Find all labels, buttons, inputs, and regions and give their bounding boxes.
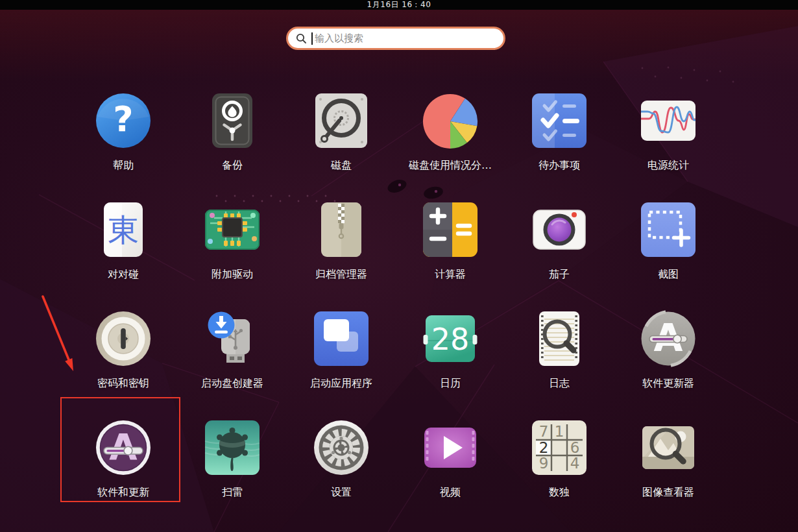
app-mahjongg[interactable]: 東对对碰 [69, 196, 178, 305]
app-cheese[interactable]: 茄子 [505, 196, 614, 305]
svg-text:28: 28 [431, 322, 470, 357]
app-disk-usage-analyzer[interactable]: 磁盘使用情况分… [396, 87, 505, 196]
app-videos[interactable]: 视频 [396, 414, 505, 523]
help-icon: ? [95, 92, 152, 149]
search-box[interactable]: 输入以搜索 [286, 27, 505, 50]
app-additional-drivers[interactable]: 附加驱动 [178, 196, 287, 305]
settings-icon [313, 419, 370, 476]
gnome-app-grid-screen: 1月16日 16：40 输入以搜索 ?帮助备份磁盘磁盘使用情况分…待办事项电源统… [0, 0, 798, 532]
app-settings[interactable]: 设置 [287, 414, 396, 523]
disks-icon [313, 92, 370, 149]
image-viewer-icon [640, 419, 697, 476]
top-bar[interactable]: 1月16日 16：40 [0, 0, 798, 10]
search-icon [296, 33, 307, 44]
passwords-keys-icon [95, 310, 152, 367]
svg-text:1: 1 [555, 423, 564, 440]
app-logs[interactable]: 日志 [505, 305, 614, 414]
search-placeholder: 输入以搜索 [315, 32, 363, 45]
svg-text:東: 東 [108, 212, 139, 248]
svg-text:4: 4 [570, 455, 580, 472]
text-caret [311, 32, 313, 45]
app-todo[interactable]: 待办事项 [505, 87, 614, 196]
app-disks[interactable]: 磁盘 [287, 87, 396, 196]
app-screenshot[interactable]: 截图 [614, 196, 723, 305]
app-label: 图像查看器 [599, 486, 737, 500]
svg-text:7: 7 [539, 423, 549, 440]
power-statistics-icon [640, 92, 697, 149]
cheese-icon [531, 201, 588, 258]
software-updater-icon: A [640, 310, 697, 367]
app-archive-manager[interactable]: 归档管理器 [287, 196, 396, 305]
svg-text:6: 6 [570, 439, 580, 456]
clock[interactable]: 1月16日 16：40 [367, 0, 431, 10]
svg-text:2: 2 [539, 439, 549, 456]
logs-icon [531, 310, 588, 367]
startup-applications-icon [313, 310, 370, 367]
app-label: 软件更新器 [599, 377, 737, 391]
startup-disk-creator-icon [204, 310, 261, 367]
mahjongg-icon: 東 [95, 201, 152, 258]
app-startup-applications[interactable]: 启动应用程序 [287, 305, 396, 414]
app-help[interactable]: ?帮助 [69, 87, 178, 196]
mines-icon [204, 419, 261, 476]
calendar-icon: 28 [422, 310, 479, 367]
app-image-viewer[interactable]: 图像查看器 [614, 414, 723, 523]
archive-manager-icon [313, 201, 370, 258]
app-label: 截图 [599, 268, 737, 282]
todo-icon [531, 92, 588, 149]
app-label: 电源统计 [599, 159, 737, 173]
sudoku-icon: 712694 [531, 419, 588, 476]
backups-icon [204, 92, 261, 149]
app-startup-disk-creator[interactable]: 启动盘创建器 [178, 305, 287, 414]
app-calendar[interactable]: 28日历 [396, 305, 505, 414]
videos-icon [422, 419, 479, 476]
svg-text:9: 9 [539, 455, 549, 472]
disk-usage-analyzer-icon [422, 92, 479, 149]
app-backups[interactable]: 备份 [178, 87, 287, 196]
screenshot-icon [640, 201, 697, 258]
app-calculator[interactable]: 计算器 [396, 196, 505, 305]
app-software-updater[interactable]: A软件更新器 [614, 305, 723, 414]
annotation-highlight-rect [60, 397, 180, 502]
app-mines[interactable]: 扫雷 [178, 414, 287, 523]
svg-text:?: ? [113, 99, 133, 139]
app-sudoku[interactable]: 712694数独 [505, 414, 614, 523]
additional-drivers-icon [204, 201, 261, 258]
calculator-icon [422, 201, 479, 258]
app-power-statistics[interactable]: 电源统计 [614, 87, 723, 196]
